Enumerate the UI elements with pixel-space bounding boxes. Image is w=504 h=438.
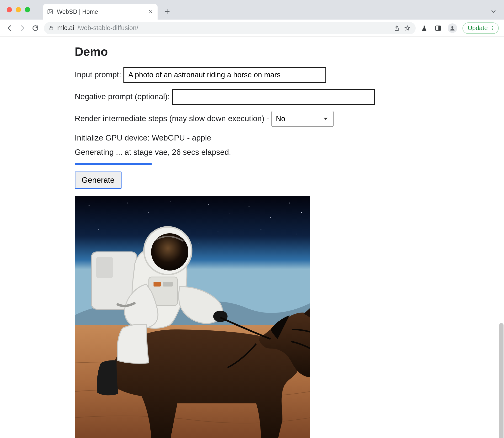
svg-rect-36: [153, 282, 161, 286]
bookmark-star-icon[interactable]: [404, 25, 411, 32]
lock-icon: [49, 25, 54, 31]
svg-point-26: [218, 231, 218, 232]
svg-point-6: [451, 26, 454, 28]
status-gpu: Initialize GPU device: WebGPU - apple: [75, 133, 457, 143]
svg-point-29: [117, 245, 118, 246]
tabs-dropdown-icon[interactable]: [490, 8, 497, 15]
svg-rect-37: [163, 282, 173, 286]
svg-point-30: [199, 243, 199, 244]
generate-button[interactable]: Generate: [75, 172, 122, 189]
toolbar-right-icons: Update: [420, 22, 499, 34]
favicon-icon: [47, 8, 54, 15]
svg-rect-5: [438, 26, 440, 30]
demo-section: Demo Input prompt: Negative prompt (opti…: [75, 44, 457, 438]
url-host: mlc.ai: [57, 24, 74, 32]
render-steps-label: Render intermediate steps (may slow down…: [75, 113, 269, 124]
svg-point-14: [149, 212, 149, 213]
svg-point-23: [98, 229, 99, 230]
negative-prompt-label: Negative prompt (optional):: [75, 91, 170, 102]
svg-point-28: [297, 234, 297, 234]
svg-point-19: [249, 206, 250, 207]
window-close-icon[interactable]: [7, 7, 12, 12]
svg-rect-34: [96, 257, 113, 278]
svg-point-21: [289, 203, 290, 204]
svg-point-11: [89, 205, 89, 206]
share-icon[interactable]: [393, 25, 400, 32]
svg-point-15: [170, 201, 171, 202]
svg-point-16: [187, 210, 187, 210]
tab-title: WebSD | Home: [57, 8, 144, 15]
svg-point-13: [127, 203, 128, 204]
svg-point-1: [49, 11, 50, 11]
browser-toolbar: mlc.ai/web-stable-diffusion/ Update: [0, 20, 504, 37]
progress-bar: [75, 163, 152, 165]
svg-point-17: [208, 204, 209, 204]
page-heading: Demo: [75, 44, 457, 60]
status-generating: Generating ... at stage vae, 26 secs ela…: [75, 147, 457, 158]
side-panel-icon[interactable]: [434, 24, 442, 33]
update-button[interactable]: Update: [462, 22, 499, 34]
browser-tabstrip: WebSD | Home: [0, 0, 504, 20]
window-zoom-icon[interactable]: [25, 7, 30, 12]
forward-button: [18, 24, 27, 33]
scrollbar-thumb[interactable]: [499, 323, 504, 438]
negative-prompt-row: Negative prompt (optional):: [75, 89, 457, 105]
window-controls: [7, 7, 30, 12]
address-bar[interactable]: mlc.ai/web-stable-diffusion/: [44, 22, 416, 34]
svg-point-7: [492, 26, 493, 27]
input-prompt-row: Input prompt:: [75, 67, 457, 83]
generated-image: [75, 196, 310, 438]
negative-prompt-field[interactable]: [172, 89, 375, 105]
input-prompt-field[interactable]: [124, 67, 326, 83]
render-steps-row: Render intermediate steps (may slow down…: [75, 111, 457, 127]
browser-tab[interactable]: WebSD | Home: [43, 4, 158, 20]
svg-rect-2: [50, 28, 53, 30]
svg-point-18: [230, 213, 230, 214]
render-steps-select[interactable]: No: [272, 111, 333, 127]
input-prompt-label: Input prompt:: [75, 69, 121, 80]
svg-point-25: [175, 226, 175, 227]
window-minimize-icon[interactable]: [16, 7, 21, 12]
svg-point-12: [108, 214, 108, 215]
labs-flask-icon[interactable]: [420, 24, 429, 33]
profile-avatar-icon[interactable]: [448, 23, 457, 33]
update-label: Update: [468, 24, 488, 32]
svg-point-20: [270, 217, 271, 217]
back-button[interactable]: [5, 24, 14, 33]
svg-point-31: [280, 245, 280, 246]
reload-button[interactable]: [31, 24, 40, 33]
svg-point-24: [137, 234, 137, 234]
url-path: /web-stable-diffusion/: [78, 24, 138, 32]
svg-point-22: [301, 212, 302, 213]
page-viewport: Demo Input prompt: Negative prompt (opti…: [0, 37, 504, 438]
kebab-menu-icon[interactable]: [490, 25, 495, 31]
svg-point-27: [261, 229, 262, 230]
tab-close-icon[interactable]: [148, 9, 154, 15]
svg-point-8: [492, 28, 493, 29]
new-tab-button[interactable]: [162, 7, 172, 16]
svg-point-9: [492, 29, 493, 30]
